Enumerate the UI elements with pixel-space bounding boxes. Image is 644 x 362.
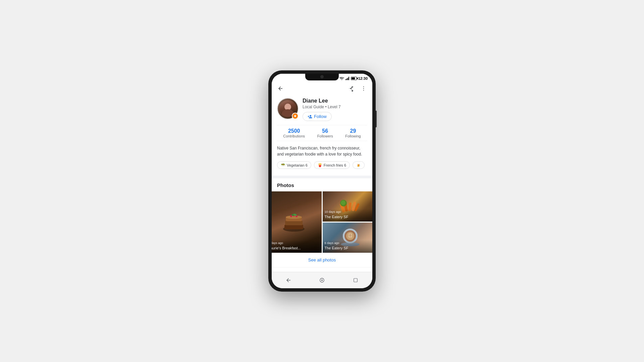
photo-coffee-time: 6 days ago bbox=[325, 241, 373, 245]
tags-row: 🥗 Vegetarian 6 🍟 French fries 6 🍺 bbox=[277, 161, 367, 170]
following-label: Following bbox=[345, 134, 361, 138]
following-stat[interactable]: 29 Following bbox=[345, 128, 361, 138]
nav-home-icon bbox=[319, 278, 325, 283]
tag-beer[interactable]: 🍺 bbox=[353, 161, 365, 169]
back-button[interactable] bbox=[276, 84, 285, 93]
svg-rect-0 bbox=[345, 79, 346, 80]
tag-frenchfries-emoji: 🍟 bbox=[318, 163, 322, 167]
svg-point-6 bbox=[363, 90, 364, 90]
stats-row: 2500 Contributions 56 Followers 29 Follo… bbox=[277, 125, 367, 141]
nav-back-icon bbox=[285, 277, 291, 283]
tag-vegetarian-label: Vegetarian 6 bbox=[287, 163, 308, 167]
photo-coffee-overlay: 6 days ago The Eatery SF bbox=[323, 240, 373, 253]
tag-vegetarian[interactable]: 🥗 Vegetarian 6 bbox=[277, 161, 311, 169]
phone-device: 12:30 bbox=[268, 70, 376, 292]
profile-name: Diane Lee bbox=[303, 98, 367, 104]
photo-card-coffee[interactable]: 6 days ago The Eatery SF bbox=[323, 223, 373, 253]
nav-recent-icon bbox=[353, 278, 358, 283]
status-time: 12:30 bbox=[358, 76, 368, 80]
photo-cake-overlay: 6 days ago Laurie's Breakfast... bbox=[272, 240, 322, 253]
followers-label: Followers bbox=[317, 134, 333, 138]
svg-point-30 bbox=[321, 280, 323, 281]
svg-rect-8 bbox=[284, 225, 303, 229]
tag-vegetarian-emoji: 🥗 bbox=[281, 163, 285, 167]
app-bar bbox=[272, 82, 372, 95]
see-all-photos-button[interactable]: See all photos bbox=[272, 253, 372, 267]
phone-side-button bbox=[376, 111, 377, 127]
svg-point-5 bbox=[363, 88, 364, 89]
svg-rect-9 bbox=[285, 221, 303, 225]
avatar-container bbox=[277, 98, 299, 119]
photo-fries-time: 10 days ago bbox=[325, 210, 373, 214]
star-icon bbox=[293, 114, 297, 118]
cake-visual bbox=[280, 210, 307, 234]
back-icon bbox=[277, 85, 283, 92]
tag-frenchfries-label: French fries 6 bbox=[324, 163, 346, 167]
nav-back-button[interactable] bbox=[283, 275, 294, 286]
profile-section: Diane Lee Local Guide • Level 7 Follow bbox=[272, 95, 372, 176]
nav-home-button[interactable] bbox=[317, 275, 327, 286]
svg-rect-1 bbox=[346, 78, 347, 80]
profile-info: Diane Lee Local Guide • Level 7 Follow bbox=[303, 98, 367, 121]
local-guide-badge bbox=[292, 113, 299, 119]
tag-beer-emoji: 🍺 bbox=[356, 163, 361, 167]
screen-content[interactable]: Diane Lee Local Guide • Level 7 Follow bbox=[272, 95, 372, 272]
follow-label: Follow bbox=[314, 114, 327, 119]
photo-cake-time: 6 days ago bbox=[272, 241, 320, 245]
follow-button[interactable]: Follow bbox=[303, 112, 332, 121]
svg-point-4 bbox=[363, 86, 364, 87]
photo-fries-overlay: 10 days ago The Eatery SF bbox=[323, 209, 373, 222]
profile-header: Diane Lee Local Guide • Level 7 Follow bbox=[277, 98, 367, 121]
phone-screen: 12:30 bbox=[272, 74, 372, 288]
reviews-section: Reviews bbox=[272, 267, 372, 272]
svg-point-23 bbox=[341, 200, 345, 205]
followers-value: 56 bbox=[322, 128, 328, 134]
wifi-icon bbox=[339, 77, 344, 80]
contributions-stat: 2500 Contributions bbox=[283, 128, 305, 138]
photos-grid: 6 days ago Laurie's Breakfast... bbox=[272, 191, 372, 253]
bio-text: Native San Franciscan, french fry connoi… bbox=[277, 145, 367, 157]
signal-icon bbox=[345, 77, 350, 80]
photo-card-fries[interactable]: 10 days ago The Eatery SF bbox=[323, 191, 373, 222]
contributions-value: 2500 bbox=[288, 128, 300, 134]
photo-coffee-place: The Eatery SF bbox=[325, 246, 348, 250]
followers-stat[interactable]: 56 Followers bbox=[317, 128, 333, 138]
photo-card-cake[interactable]: 6 days ago Laurie's Breakfast... bbox=[272, 191, 322, 253]
svg-rect-2 bbox=[347, 78, 348, 80]
battery-icon bbox=[351, 77, 357, 80]
following-value: 29 bbox=[350, 128, 356, 134]
status-icons: 12:30 bbox=[339, 76, 368, 80]
more-button[interactable] bbox=[359, 84, 368, 93]
share-button[interactable] bbox=[346, 84, 356, 93]
nav-bar bbox=[272, 272, 372, 288]
section-divider bbox=[272, 176, 372, 178]
svg-rect-3 bbox=[348, 77, 349, 80]
share-icon bbox=[348, 85, 354, 92]
contributions-label: Contributions bbox=[283, 134, 305, 138]
photo-fries-place: The Eatery SF bbox=[325, 215, 348, 219]
more-icon bbox=[361, 85, 367, 92]
profile-subtitle: Local Guide • Level 7 bbox=[303, 105, 367, 109]
tag-frenchfries[interactable]: 🍟 French fries 6 bbox=[314, 161, 350, 169]
photos-title: Photos bbox=[277, 182, 367, 188]
svg-rect-31 bbox=[354, 279, 358, 282]
person-add-icon bbox=[308, 114, 312, 119]
app-bar-actions bbox=[346, 84, 368, 93]
see-all-photos-label: See all photos bbox=[308, 257, 336, 262]
phone-camera bbox=[320, 75, 324, 78]
photo-cake-place: Laurie's Breakfast... bbox=[272, 246, 301, 250]
photos-section: Photos bbox=[272, 178, 372, 188]
nav-recent-button[interactable] bbox=[350, 275, 361, 286]
